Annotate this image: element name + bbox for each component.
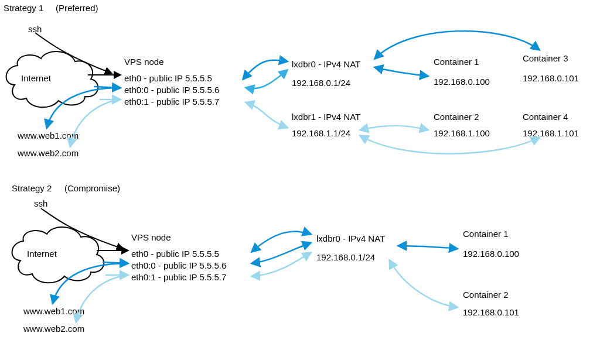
s2-br0-cidr: 192.168.0.1/24 [316,252,375,263]
strategy2-title-b: (Compromise) [64,183,120,194]
s1-c1-title: Container 1 [434,56,479,68]
s2-web2: www.web2.com [23,323,84,335]
s1-br0-title: lxdbr0 - IPv4 NAT [292,59,360,70]
s1-eth01-br1-arrow [246,102,287,128]
s2-c2-title: Container 2 [463,289,509,301]
s2-c1-ip: 192.168.0.100 [463,248,519,260]
s1-br0-c3-arrow [375,31,539,59]
s1-web1-arrow [47,88,120,128]
s2-ssh-label: ssh [34,198,47,210]
s2-c2-ip: 192.168.0.101 [463,307,519,318]
s1-br1-cidr: 192.168.1.1/24 [292,128,350,139]
s2-web1-hook [103,262,128,263]
s1-c2-ip: 192.168.1.100 [434,128,490,139]
s1-eth00: eth0:0 - public IP 5.5.5.6 [124,84,219,96]
s2-cloud-icon [12,227,104,283]
s1-vps-node: VPS node [124,56,164,68]
s1-br1-c2-arrow [360,126,428,130]
s2-ssh-arrow [41,208,123,249]
s1-c2-title: Container 2 [434,111,479,123]
s1-c4-title: Container 4 [523,111,568,123]
s2-eth01: eth0:1 - public IP 5.5.5.7 [131,272,226,283]
s2-eth00: eth0:0 - public IP 5.5.5.6 [131,260,226,272]
strategy1-title-b: (Preferred) [56,2,98,14]
s1-c4-ip: 192.168.1.101 [523,128,579,139]
s1-c3-title: Container 3 [523,53,568,64]
s1-c3-ip: 192.168.0.101 [523,73,579,84]
s2-br0-title: lxdbr0 - IPv4 NAT [316,233,385,245]
s2-internet-label: Internet [27,248,57,260]
s1-cloud-icon [6,51,98,107]
s1-eth0: eth0 - public IP 5.5.5.5 [124,73,212,84]
s1-web1: www.web1.com [18,130,79,142]
s1-web2: www.web2.com [18,147,79,159]
strategy2-title-a: Strategy 2 [12,183,52,194]
s1-ssh-arrow [35,33,111,73]
s2-web1-arrow [53,263,128,303]
s2-vps-node: VPS node [131,232,171,243]
s1-br0-cidr: 192.168.0.1/24 [292,77,350,89]
s1-ssh-label: ssh [28,23,42,35]
s2-eth0: eth0 - public IP 5.5.5.5 [131,248,219,260]
s1-eth0-br0-arrow [243,60,287,79]
s1-internet-label: Internet [21,73,51,84]
s1-br0-c1-arrow [375,67,428,76]
s2-web1: www.web1.com [23,305,84,317]
s1-eth01: eth0:1 - public IP 5.5.5.7 [124,96,219,108]
s2-br0-c1-arrow [398,246,457,249]
s1-br1-title: lxdbr1 - IPv4 NAT [292,111,360,123]
s1-web1-hook [94,87,120,88]
s2-eth0-br0-arrow-b [252,243,311,263]
s1-c1-ip: 192.168.0.100 [434,76,490,88]
s2-c1-title: Container 1 [463,228,509,240]
s2-eth0-br0-arrow-a [252,231,311,252]
s2-eth01-br0-arrow [252,253,311,276]
s2-br0-c2-arrow [390,260,457,307]
strategy1-title-a: Strategy 1 [4,2,43,14]
s1-eth00-br0-arrow [246,70,287,88]
